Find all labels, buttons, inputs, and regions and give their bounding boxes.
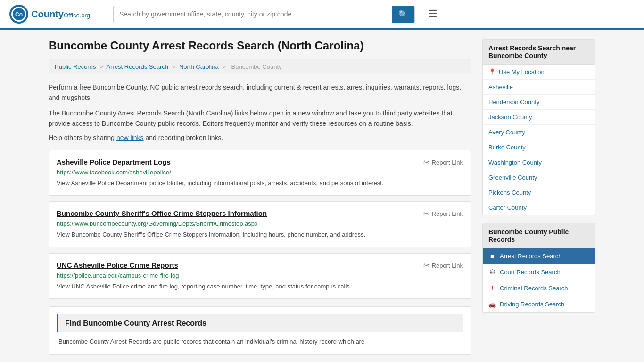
arrest-records-link[interactable]: ■ Arrest Records Search (483, 248, 595, 264)
criminal-icon: ! (488, 285, 496, 292)
breadcrumb-arrest-records[interactable]: Arrest Records Search (107, 63, 169, 70)
result-url[interactable]: https://police.unca.edu/campus-crime-fir… (57, 272, 463, 279)
list-item[interactable]: Henderson County (483, 95, 595, 110)
breadcrumb-north-carolina[interactable]: North Carolina (179, 63, 219, 70)
list-item[interactable]: 🚗 Driving Records Search (483, 296, 595, 312)
svg-text:Co: Co (15, 11, 23, 18)
list-item[interactable]: 📍 Use My Location (483, 65, 595, 80)
driving-icon: 🚗 (488, 301, 496, 308)
section-heading: Find Buncombe County Arrest Records (57, 314, 463, 332)
scissors-icon: ✂ (423, 158, 429, 167)
breadcrumb-public-records[interactable]: Public Records (55, 63, 96, 70)
scissors-icon: ✂ (423, 209, 429, 218)
list-item[interactable]: Burke County (483, 140, 595, 155)
nearby-section: Arrest Records Search near Buncombe Coun… (482, 39, 595, 215)
result-header: Buncombe County Sheriff's Office Crime S… (57, 209, 463, 218)
nearby-link[interactable]: Avery County (483, 125, 595, 140)
search-bar[interactable]: 🔍 (113, 6, 415, 23)
result-item: Buncombe County Sheriff's Office Crime S… (49, 201, 471, 247)
location-icon: 📍 (488, 68, 496, 75)
driving-records-link[interactable]: 🚗 Driving Records Search (483, 296, 595, 312)
list-item[interactable]: Washington County (483, 155, 595, 170)
logo-icon: Co (9, 5, 28, 24)
description-1: Perform a free Buncombe County, NC publi… (49, 82, 471, 103)
court-records-link[interactable]: 🏛 Court Records Search (483, 264, 595, 280)
result-url[interactable]: https://www.buncombecounty.org/Governing… (57, 220, 463, 227)
result-title[interactable]: Buncombe County Sheriff's Office Crime S… (57, 209, 267, 217)
help-text: Help others by sharing new links and rep… (49, 134, 471, 141)
use-location-link[interactable]: 📍 Use My Location (483, 65, 595, 79)
nearby-header: Arrest Records Search near Buncombe Coun… (483, 40, 595, 65)
nearby-link[interactable]: Pickens County (483, 185, 595, 200)
section-text: Buncombe County Arrest Records are publi… (57, 337, 463, 347)
search-input[interactable] (114, 7, 392, 22)
nearby-link[interactable]: Jackson County (483, 110, 595, 124)
nearby-list: 📍 Use My Location Asheville Henderson Co… (483, 65, 595, 215)
sidebar: Arrest Records Search near Buncombe Coun… (482, 39, 595, 361)
main-content: Buncombe County Arrest Records Search (N… (49, 39, 471, 361)
court-icon: 🏛 (488, 269, 496, 276)
result-item: UNC Asheville Police Crime Reports ✂ Rep… (49, 253, 471, 299)
result-header: Asheville Police Department Logs ✂ Repor… (57, 158, 463, 167)
new-links[interactable]: new links (116, 134, 144, 141)
result-desc: View UNC Asheville Police crime and fire… (57, 282, 463, 291)
list-item[interactable]: Asheville (483, 80, 595, 95)
result-title[interactable]: UNC Asheville Police Crime Reports (57, 261, 178, 269)
nearby-link[interactable]: Greenville County (483, 170, 595, 185)
page-title: Buncombe County Arrest Records Search (N… (49, 39, 471, 52)
description-2: The Buncombe County Arrest Records Searc… (49, 108, 471, 129)
nearby-link[interactable]: Washington County (483, 155, 595, 170)
menu-button[interactable]: ☰ (424, 6, 441, 22)
list-item[interactable]: Pickens County (483, 185, 595, 200)
result-desc: View Buncombe County Sheriff's Office Cr… (57, 230, 463, 239)
list-item[interactable]: Avery County (483, 125, 595, 140)
page-container: Buncombe County Arrest Records Search (N… (39, 30, 605, 362)
list-item[interactable]: 🏛 Court Records Search (483, 264, 595, 280)
result-desc: View Asheville Police Department police … (57, 179, 463, 188)
list-item[interactable]: ■ Arrest Records Search (483, 248, 595, 264)
public-records-header: Buncombe County Public Records (483, 223, 595, 248)
list-item[interactable]: ! Criminal Records Search (483, 280, 595, 296)
nearby-link[interactable]: Henderson County (483, 95, 595, 109)
result-url[interactable]: https://www.facebook.com/ashevillepolice… (57, 169, 463, 176)
logo[interactable]: Co CountyOffice.org (9, 5, 104, 24)
public-records-list: ■ Arrest Records Search 🏛 Court Records … (483, 248, 595, 312)
list-item[interactable]: Carter County (483, 200, 595, 215)
list-item[interactable]: Jackson County (483, 110, 595, 125)
breadcrumb-current: Buncombe County (231, 63, 282, 70)
site-header: Co CountyOffice.org 🔍 ☰ (0, 0, 644, 30)
nearby-link[interactable]: Carter County (483, 200, 595, 215)
search-button[interactable]: 🔍 (392, 6, 414, 23)
report-link[interactable]: ✂ Report Link (423, 261, 463, 270)
result-header: UNC Asheville Police Crime Reports ✂ Rep… (57, 261, 463, 270)
result-item: Asheville Police Department Logs ✂ Repor… (49, 150, 471, 196)
public-records-section: Buncombe County Public Records ■ Arrest … (482, 223, 595, 313)
logo-text: CountyOffice.org (31, 9, 90, 20)
nearby-link[interactable]: Asheville (483, 80, 595, 94)
breadcrumb: Public Records > Arrest Records Search >… (49, 59, 471, 74)
list-item[interactable]: Greenville County (483, 170, 595, 185)
result-title[interactable]: Asheville Police Department Logs (57, 158, 171, 166)
report-link[interactable]: ✂ Report Link (423, 209, 463, 218)
scissors-icon: ✂ (423, 261, 429, 270)
arrest-icon: ■ (488, 253, 496, 260)
find-section: Find Buncombe County Arrest Records Bunc… (49, 306, 471, 355)
criminal-records-link[interactable]: ! Criminal Records Search (483, 280, 595, 296)
report-link[interactable]: ✂ Report Link (423, 158, 463, 167)
nearby-link[interactable]: Burke County (483, 140, 595, 155)
